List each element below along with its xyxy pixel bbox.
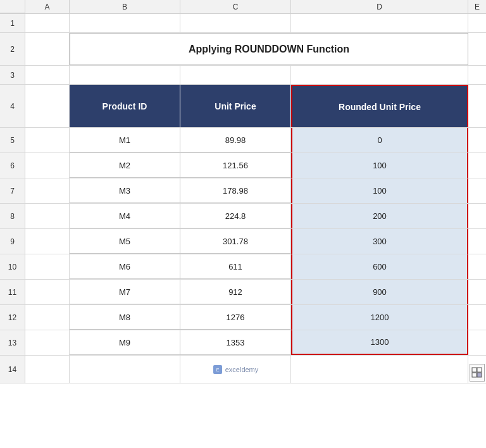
cell-a10: [25, 254, 70, 279]
cell-a4: [25, 85, 70, 127]
cell-a14: [25, 356, 70, 383]
cell-product-id-9: M9: [70, 330, 180, 355]
cell-rounded-3: 100: [291, 178, 468, 203]
svg-rect-5: [477, 373, 482, 377]
cell-rounded-7: 900: [291, 280, 468, 304]
cell-rounded-1: 0: [291, 128, 468, 152]
cell-a6: [25, 153, 70, 178]
cell-b14: [70, 356, 180, 383]
cell-e4: [468, 85, 486, 127]
row-14: 14 E exceldemy: [0, 356, 486, 383]
cell-e8: [468, 204, 486, 228]
cell-d1: [291, 14, 468, 32]
cell-a8: [25, 204, 70, 228]
cell-a9: [25, 229, 70, 254]
spreadsheet: A B C D E 1 2 Applying ROUNDDOWN Functio…: [0, 0, 486, 448]
col-header-c: C: [180, 0, 291, 13]
row-2: 2 Applying ROUNDDOWN Function: [0, 33, 486, 66]
svg-rect-2: [472, 368, 477, 372]
cell-product-id-6: M6: [70, 254, 180, 279]
row-6: 6 M2 121.56 100: [0, 153, 486, 178]
cell-product-id-5: M5: [70, 229, 180, 254]
cell-unit-price-5: 301.78: [180, 229, 291, 254]
svg-text:E: E: [216, 368, 219, 372]
row-5: 5 M1 89.98 0: [0, 128, 486, 153]
cell-e9: [468, 229, 486, 254]
row-num-12: 12: [0, 305, 25, 330]
cell-e10: [468, 254, 486, 279]
watermark-text: exceldemy: [225, 366, 259, 373]
row-num-2: 2: [0, 33, 25, 65]
row-num-3: 3: [0, 66, 25, 84]
header-product-id: Product ID: [70, 85, 180, 127]
row-10: 10 M6 611 600: [0, 254, 486, 280]
cell-rounded-8: 1200: [291, 305, 468, 330]
cell-a12: [25, 305, 70, 330]
cell-product-id-3: M3: [70, 178, 180, 203]
cell-product-id-4: M4: [70, 204, 180, 228]
cell-e11: [468, 280, 486, 304]
cell-a1: [25, 14, 70, 32]
header-unit-price: Unit Price: [180, 85, 291, 127]
cell-e1: [468, 14, 486, 32]
col-header-d: D: [291, 0, 468, 13]
row-1: 1: [0, 14, 486, 33]
cell-b1: [70, 14, 180, 32]
rows-area: 1 2 Applying ROUNDDOWN Function 3 4: [0, 14, 486, 448]
col-header-a: A: [25, 0, 70, 13]
cell-c3: [180, 66, 291, 84]
cell-a13: [25, 330, 70, 355]
cell-unit-price-4: 224.8: [180, 204, 291, 228]
row-num-5: 5: [0, 128, 25, 152]
cell-unit-price-8: 1276: [180, 305, 291, 330]
cell-e3: [468, 66, 486, 84]
row-num-8: 8: [0, 204, 25, 228]
svg-rect-4: [472, 373, 477, 377]
col-header-e: E: [468, 0, 486, 13]
cell-e6: [468, 153, 486, 178]
cell-a11: [25, 280, 70, 304]
row-num-1: 1: [0, 14, 25, 32]
cell-unit-price-9: 1353: [180, 330, 291, 355]
watermark-cell: E exceldemy: [180, 356, 291, 383]
column-headers: A B C D E: [0, 0, 486, 14]
cell-a2: [25, 33, 70, 65]
cell-product-id-7: M7: [70, 280, 180, 304]
col-header-b: B: [70, 0, 180, 13]
cell-d14: [291, 356, 468, 383]
row-num-13: 13: [0, 330, 25, 355]
row-11: 11 M7 912 900: [0, 280, 486, 305]
spreadsheet-icon: [470, 364, 485, 382]
cell-b3: [70, 66, 180, 84]
cell-c1: [180, 14, 291, 32]
grid-icon: [471, 367, 483, 378]
title-cell: Applying ROUNDDOWN Function: [70, 33, 468, 65]
cell-unit-price-3: 178.98: [180, 178, 291, 203]
cell-rounded-6: 600: [291, 254, 468, 279]
cell-product-id-1: M1: [70, 128, 180, 152]
cell-e2: [468, 33, 486, 65]
cell-e7: [468, 178, 486, 203]
cell-product-id-2: M2: [70, 153, 180, 178]
exceldemy-logo-icon: E: [213, 364, 223, 375]
row-12: 12 M8 1276 1200: [0, 305, 486, 330]
cell-e14: [468, 356, 486, 383]
row-num-10: 10: [0, 254, 25, 279]
row-8: 8 M4 224.8 200: [0, 204, 486, 229]
cell-a7: [25, 178, 70, 203]
cell-e13: [468, 330, 486, 355]
cell-rounded-2: 100: [291, 153, 468, 178]
cell-e12: [468, 305, 486, 330]
row-num-7: 7: [0, 178, 25, 203]
row-7: 7 M3 178.98 100: [0, 178, 486, 204]
header-rounded-unit-price: Rounded Unit Price: [291, 85, 468, 127]
cell-unit-price-7: 912: [180, 280, 291, 304]
cell-a3: [25, 66, 70, 84]
row-4-headers: 4 Product ID Unit Price Rounded Unit Pri…: [0, 85, 486, 128]
cell-rounded-9: 1300: [291, 330, 468, 355]
cell-unit-price-2: 121.56: [180, 153, 291, 178]
cell-unit-price-6: 611: [180, 254, 291, 279]
cell-product-id-8: M8: [70, 305, 180, 330]
svg-rect-3: [477, 368, 482, 372]
cell-rounded-5: 300: [291, 229, 468, 254]
